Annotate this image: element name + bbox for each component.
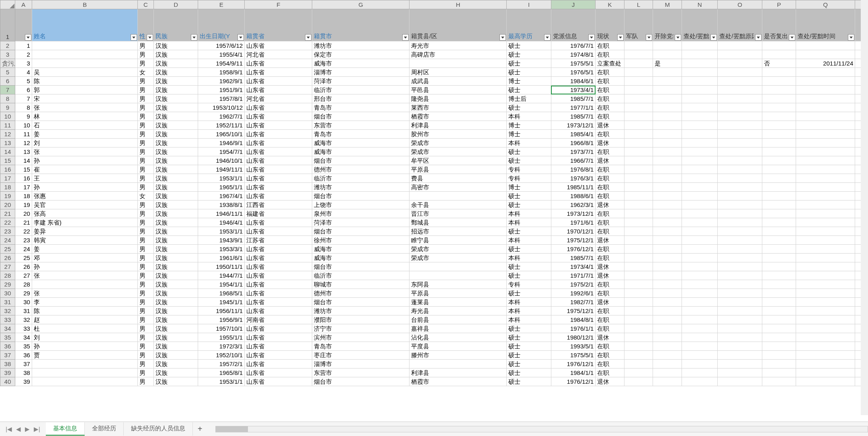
cell-P19[interactable] bbox=[762, 192, 796, 201]
cell-C17[interactable]: 男 bbox=[137, 174, 154, 183]
cell-G27[interactable]: 烟台市 bbox=[312, 262, 409, 271]
cell-H14[interactable]: 荣成市 bbox=[409, 147, 507, 156]
cell-F39[interactable]: 山东省 bbox=[245, 368, 312, 377]
cell-A37[interactable]: 36 bbox=[15, 351, 32, 360]
cell-B10[interactable]: 林 bbox=[32, 112, 137, 121]
cell-K26[interactable]: 在职 bbox=[596, 254, 624, 262]
cell-I21[interactable]: 本科 bbox=[507, 209, 551, 218]
cell-Q39[interactable] bbox=[796, 368, 855, 377]
cell-K22[interactable]: 在职 bbox=[596, 218, 624, 227]
cell-B40[interactable] bbox=[32, 377, 137, 386]
cell-J28[interactable]: 1971/7/1 bbox=[551, 271, 595, 280]
cell-N30[interactable] bbox=[682, 289, 717, 298]
cell-J34[interactable]: 1976/1/1 bbox=[551, 324, 595, 333]
cell-E5[interactable]: 1958/9/1 bbox=[198, 68, 245, 77]
row-header-10[interactable]: 10 bbox=[0, 112, 15, 121]
cell-K21[interactable]: 在职 bbox=[596, 209, 624, 218]
cell-P3[interactable] bbox=[762, 50, 796, 59]
cell-H37[interactable]: 滕州市 bbox=[409, 351, 507, 360]
cell-I12[interactable]: 博士 bbox=[507, 130, 551, 139]
cell-J39[interactable]: 1984/1/1 bbox=[551, 368, 595, 377]
cell-G21[interactable]: 泉州市 bbox=[312, 209, 409, 218]
cell-F2[interactable]: 山东省 bbox=[245, 41, 312, 50]
cell-K13[interactable]: 退休 bbox=[596, 139, 624, 147]
cell-H3[interactable]: 高碑店市 bbox=[409, 50, 507, 59]
header-cell-3[interactable]: 民族 bbox=[154, 9, 198, 41]
cell-E40[interactable]: 1953/1/1 bbox=[198, 377, 245, 386]
cell-L14[interactable] bbox=[624, 147, 653, 156]
cell-Q25[interactable] bbox=[796, 245, 855, 254]
row-header-23[interactable]: 23 bbox=[0, 227, 15, 236]
cell-Q32[interactable] bbox=[796, 307, 855, 315]
cell-H40[interactable]: 栖霞市 bbox=[409, 377, 507, 386]
col-header-M[interactable]: M bbox=[653, 0, 682, 9]
cell-Q贪污腐败1[interactable]: 2011/11/24 bbox=[796, 59, 855, 68]
cell-A7[interactable]: 6 bbox=[15, 86, 32, 94]
cell-C3[interactable]: 男 bbox=[137, 50, 154, 59]
cell-J25[interactable]: 1976/12/1 bbox=[551, 245, 595, 254]
row-header-3[interactable]: 3 bbox=[0, 50, 15, 59]
filter-dropdown-icon[interactable] bbox=[305, 34, 311, 41]
cell-K7[interactable]: 在职 bbox=[596, 86, 624, 94]
cell-B36[interactable]: 孙 bbox=[32, 342, 137, 351]
cell-K贪污腐败1[interactable]: 立案查处 bbox=[596, 59, 624, 68]
cell-O10[interactable] bbox=[718, 112, 762, 121]
cell-B14[interactable]: 张 bbox=[32, 147, 137, 156]
cell-E20[interactable]: 1938/8/1 bbox=[198, 201, 245, 209]
cell-Q5[interactable] bbox=[796, 68, 855, 77]
cell-A39[interactable]: 38 bbox=[15, 368, 32, 377]
sheet-tab[interactable]: 全部经历 bbox=[85, 422, 124, 436]
row-header-20[interactable]: 20 bbox=[0, 201, 15, 209]
cell-A11[interactable]: 10 bbox=[15, 121, 32, 130]
cell-O24[interactable] bbox=[718, 236, 762, 245]
cell-D35[interactable]: 汉族 bbox=[154, 333, 198, 342]
cell-N31[interactable] bbox=[682, 298, 717, 307]
cell-L37[interactable] bbox=[624, 351, 653, 360]
cell-C贪污腐败1[interactable]: 男 bbox=[137, 59, 154, 68]
cell-L35[interactable] bbox=[624, 333, 653, 342]
cell-H16[interactable]: 平原县 bbox=[409, 165, 507, 174]
cell-E22[interactable]: 1946/4/1 bbox=[198, 218, 245, 227]
cell-A19[interactable]: 18 bbox=[15, 192, 32, 201]
cell-Q26[interactable] bbox=[796, 254, 855, 262]
cell-L40[interactable] bbox=[624, 377, 653, 386]
cell-G14[interactable]: 威海市 bbox=[312, 147, 409, 156]
cell-F6[interactable]: 山东省 bbox=[245, 77, 312, 86]
cell-F17[interactable]: 山东省 bbox=[245, 174, 312, 183]
cell-I17[interactable]: 专科 bbox=[507, 174, 551, 183]
cell-D25[interactable]: 汉族 bbox=[154, 245, 198, 254]
row-header-2[interactable]: 2 bbox=[0, 41, 15, 50]
cell-C37[interactable]: 男 bbox=[137, 351, 154, 360]
row-header-27[interactable]: 27 bbox=[0, 262, 15, 271]
cell-O15[interactable] bbox=[718, 156, 762, 165]
cell-C32[interactable]: 男 bbox=[137, 307, 154, 315]
cell-I32[interactable]: 本科 bbox=[507, 307, 551, 315]
cell-A22[interactable]: 21 bbox=[15, 218, 32, 227]
cell-P23[interactable] bbox=[762, 227, 796, 236]
cell-M15[interactable] bbox=[653, 156, 682, 165]
cell-K28[interactable]: 退休 bbox=[596, 271, 624, 280]
cell-O7[interactable] bbox=[718, 86, 762, 94]
cell-N38[interactable] bbox=[682, 360, 717, 368]
cell-M19[interactable] bbox=[653, 192, 682, 201]
cell-K20[interactable]: 退休 bbox=[596, 201, 624, 209]
row-header-39[interactable]: 39 bbox=[0, 368, 15, 377]
cell-O13[interactable] bbox=[718, 139, 762, 147]
cell-E21[interactable]: 1946/11/1 bbox=[198, 209, 245, 218]
cell-L16[interactable] bbox=[624, 165, 653, 174]
cell-H31[interactable]: 蓬莱县 bbox=[409, 298, 507, 307]
cell-P36[interactable] bbox=[762, 342, 796, 351]
cell-E17[interactable]: 1953/1/1 bbox=[198, 174, 245, 183]
cell-F30[interactable]: 山东省 bbox=[245, 289, 312, 298]
cell-C28[interactable]: 男 bbox=[137, 271, 154, 280]
cell-N39[interactable] bbox=[682, 368, 717, 377]
cell-J7[interactable]: 1973/4/1 bbox=[551, 86, 595, 94]
cell-E39[interactable]: 1965/8/1 bbox=[198, 368, 245, 377]
cell-P12[interactable] bbox=[762, 130, 796, 139]
vertical-scrollbar[interactable] bbox=[861, 0, 868, 415]
cell-A24[interactable]: 23 bbox=[15, 236, 32, 245]
cell-A8[interactable]: 7 bbox=[15, 94, 32, 103]
cell-H38[interactable] bbox=[409, 360, 507, 368]
cell-L24[interactable] bbox=[624, 236, 653, 245]
cell-E12[interactable]: 1965/10/1 bbox=[198, 130, 245, 139]
